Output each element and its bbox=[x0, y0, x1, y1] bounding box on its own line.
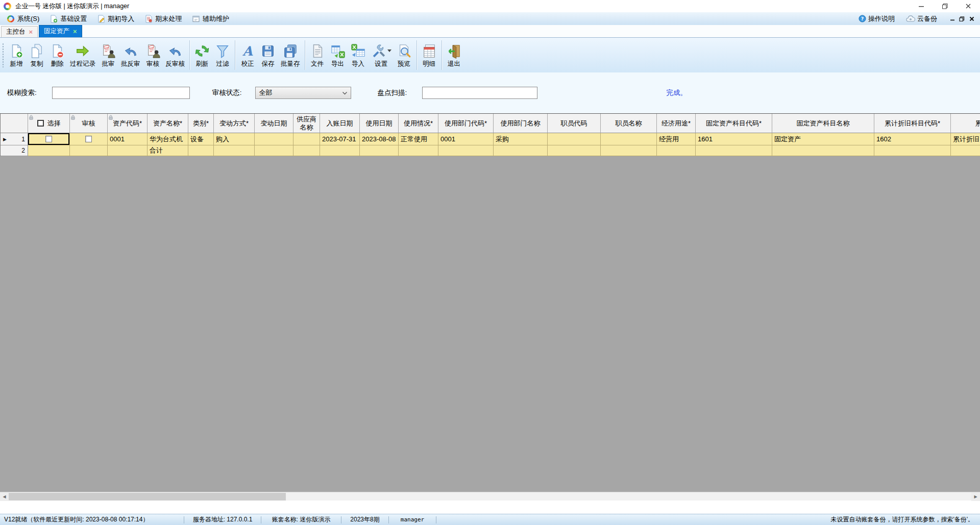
tab-fixed-assets-close-icon[interactable]: × bbox=[73, 28, 77, 35]
scroll-left-arrow-icon[interactable]: ◀ bbox=[0, 492, 9, 501]
new-button[interactable]: 新增 bbox=[6, 42, 27, 69]
grid-cell-change-mode[interactable]: 购入 bbox=[214, 133, 255, 145]
batch-audit-button[interactable]: 批审 bbox=[98, 42, 118, 69]
exit-button[interactable]: 退出 bbox=[444, 42, 464, 69]
column-header-use-status[interactable]: 使用情况* bbox=[399, 114, 438, 133]
grid-cell-asset-code[interactable]: 0001 bbox=[108, 133, 148, 145]
grid-cell-asset-code[interactable] bbox=[108, 145, 148, 156]
detail-button[interactable]: 明细 bbox=[419, 42, 439, 69]
settings-button[interactable]: 设置 bbox=[369, 42, 394, 69]
grid-cell-use-status[interactable] bbox=[399, 145, 438, 156]
column-header-change-date[interactable]: 变动日期 bbox=[255, 114, 293, 133]
grid-cell-select[interactable] bbox=[28, 145, 70, 156]
column-header-asset-code[interactable]: 资产代码* bbox=[108, 114, 148, 133]
grid-cell-fa-account-code[interactable] bbox=[696, 145, 772, 156]
file-button[interactable]: 文件 bbox=[307, 42, 328, 69]
column-header-category[interactable]: 类别* bbox=[188, 114, 214, 133]
grid-cell-entry-date[interactable] bbox=[320, 145, 360, 156]
column-header-audit[interactable]: 审核 bbox=[70, 114, 108, 133]
grid-cell-employee-name[interactable] bbox=[601, 133, 657, 145]
tab-main-console[interactable]: 主控台 × bbox=[1, 26, 38, 37]
close-button[interactable] bbox=[957, 0, 980, 12]
batch-unaudit-button[interactable]: 批反审 bbox=[118, 42, 143, 69]
process-record-button[interactable]: 过程记录 bbox=[67, 42, 98, 69]
panel-minimize-button[interactable] bbox=[948, 14, 957, 23]
fuzzy-search-input[interactable] bbox=[52, 87, 190, 99]
row-indicator[interactable]: 2 bbox=[1, 145, 28, 156]
column-header-change-mode[interactable]: 变动方式* bbox=[214, 114, 255, 133]
column-header-employee-name[interactable]: 职员名称 bbox=[601, 114, 657, 133]
grid-cell-supplier-name[interactable] bbox=[293, 145, 320, 156]
panel-close-button[interactable] bbox=[967, 14, 976, 23]
column-header-select[interactable]: 选择 bbox=[28, 114, 70, 133]
grid-cell-entry-date[interactable]: 2023-07-31 bbox=[320, 133, 360, 145]
grid-cell-supplier-name[interactable] bbox=[293, 133, 320, 145]
column-header-use-date[interactable]: 使用日期 bbox=[360, 114, 399, 133]
column-header-use-dept-code[interactable]: 使用部门代码* bbox=[438, 114, 494, 133]
unaudit-button[interactable]: 反审核 bbox=[163, 42, 188, 69]
grid-cell-asset-name[interactable]: 华为台式机 bbox=[148, 133, 188, 145]
grid-cell-use-date[interactable]: 2023-08-08 bbox=[360, 133, 399, 145]
grid-cell-employee-name[interactable] bbox=[601, 145, 657, 156]
tab-main-console-close-icon[interactable]: × bbox=[29, 29, 33, 35]
grid-cell-economic-use[interactable]: 经营用 bbox=[657, 133, 696, 145]
column-header-fa-account-code[interactable]: 固定资产科目代码* bbox=[696, 114, 772, 133]
grid-cell-change-date[interactable] bbox=[255, 133, 293, 145]
minimize-button[interactable] bbox=[910, 0, 933, 12]
grid-cell-dep-account-code[interactable]: 1602 bbox=[874, 133, 951, 145]
grid-cell-fa-account-name[interactable]: 固定资产 bbox=[772, 133, 874, 145]
import-button[interactable]: 导入 bbox=[348, 42, 369, 69]
filter-button[interactable]: 过滤 bbox=[212, 42, 233, 69]
column-header-asset-name[interactable]: 资产名称* bbox=[148, 114, 188, 133]
scrollbar-thumb[interactable] bbox=[9, 493, 286, 501]
grid-cell-employee-code[interactable] bbox=[548, 133, 601, 145]
audit-status-select[interactable]: 全部 bbox=[255, 87, 351, 99]
done-link[interactable]: 完成。 bbox=[666, 88, 687, 97]
row-indicator[interactable]: ▶1 bbox=[1, 133, 28, 145]
grid-cell-fa-account-code[interactable]: 1601 bbox=[696, 133, 772, 145]
menu-link-cloud-backup[interactable]: 云备份 bbox=[900, 12, 943, 25]
column-header-employee-code[interactable]: 职员代码 bbox=[548, 114, 601, 133]
column-header-use-dept-name[interactable]: 使用部门名称 bbox=[494, 114, 548, 133]
export-button[interactable]: 导出 bbox=[328, 42, 348, 69]
menu-link-help[interactable]: ?操作说明 bbox=[853, 12, 900, 25]
grid-cell-category[interactable] bbox=[188, 145, 214, 156]
grid-cell-category[interactable]: 设备 bbox=[188, 133, 214, 145]
grid-cell-use-dept-code[interactable]: 0001 bbox=[438, 133, 494, 145]
copy-button[interactable]: 复制 bbox=[27, 42, 47, 69]
audit-button[interactable]: 审核 bbox=[143, 42, 163, 69]
grid-cell-change-mode[interactable] bbox=[214, 145, 255, 156]
toolbar-grip-handle[interactable] bbox=[2, 43, 4, 67]
grid-cell-use-status[interactable]: 正常使用 bbox=[399, 133, 438, 145]
scroll-right-arrow-icon[interactable]: ▶ bbox=[971, 492, 980, 501]
grid-cell-dep-account-name[interactable] bbox=[951, 145, 980, 156]
grid-cell-select[interactable] bbox=[28, 133, 70, 145]
grid-cell-use-dept-code[interactable] bbox=[438, 145, 494, 156]
save-button[interactable]: 保存 bbox=[258, 42, 278, 69]
batch-save-button[interactable]: 批量存 bbox=[278, 42, 303, 69]
menu-item-basic-settings[interactable]: 基础设置 bbox=[44, 12, 92, 25]
menu-item-system[interactable]: 系统(S) bbox=[2, 12, 44, 25]
restore-button[interactable] bbox=[933, 0, 957, 12]
column-header-economic-use[interactable]: 经济用途* bbox=[657, 114, 696, 133]
grid-cell-dep-account-name[interactable]: 累计折旧 bbox=[951, 133, 980, 145]
menu-item-initial-import[interactable]: 期初导入 bbox=[92, 12, 139, 25]
grid-cell-use-dept-name[interactable]: 采购 bbox=[494, 133, 548, 145]
row-checkbox[interactable] bbox=[45, 136, 52, 142]
grid-cell-audit[interactable] bbox=[70, 145, 108, 156]
column-header-dep-account-code[interactable]: 累计折旧科目代码* bbox=[874, 114, 951, 133]
grid-cell-dep-account-code[interactable] bbox=[874, 145, 951, 156]
horizontal-scrollbar[interactable]: ◀ ▶ bbox=[0, 492, 980, 501]
grid-cell-asset-name[interactable]: 合计 bbox=[148, 145, 188, 156]
preview-button[interactable]: 预览 bbox=[394, 42, 414, 69]
panel-restore-button[interactable] bbox=[958, 14, 966, 23]
grid-cell-audit[interactable] bbox=[70, 133, 108, 145]
column-header-dep-account-name[interactable]: 累计折旧科目名称 bbox=[951, 114, 980, 133]
grid-cell-employee-code[interactable] bbox=[548, 145, 601, 156]
column-header-supplier-name[interactable]: 供应商名称 bbox=[293, 114, 320, 133]
tab-fixed-assets[interactable]: 固定资产 × bbox=[39, 25, 82, 37]
inventory-scan-input[interactable] bbox=[422, 87, 537, 99]
delete-button[interactable]: 删除 bbox=[47, 42, 67, 69]
grid-cell-economic-use[interactable] bbox=[657, 145, 696, 156]
grid-cell-use-dept-name[interactable] bbox=[494, 145, 548, 156]
